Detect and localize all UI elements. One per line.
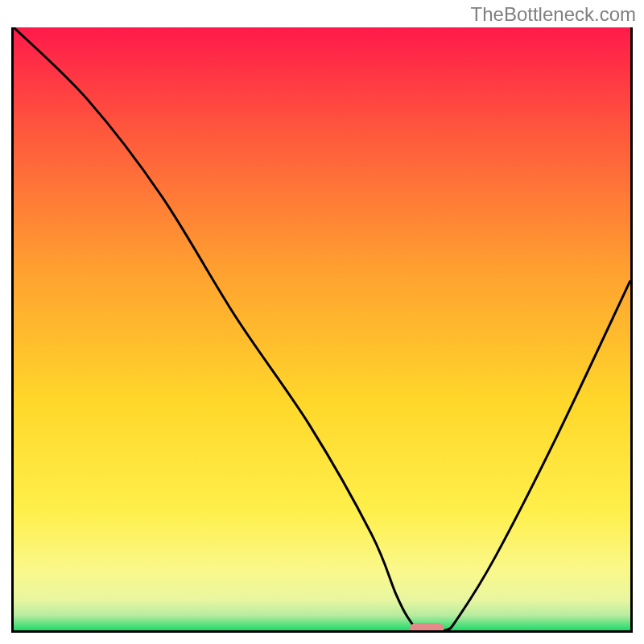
chart-container: TheBottleneck.com [0,0,644,644]
watermark-text: TheBottleneck.com [471,3,636,26]
optimal-marker [14,27,630,630]
plot-frame [11,27,633,633]
svg-rect-1 [410,623,444,630]
